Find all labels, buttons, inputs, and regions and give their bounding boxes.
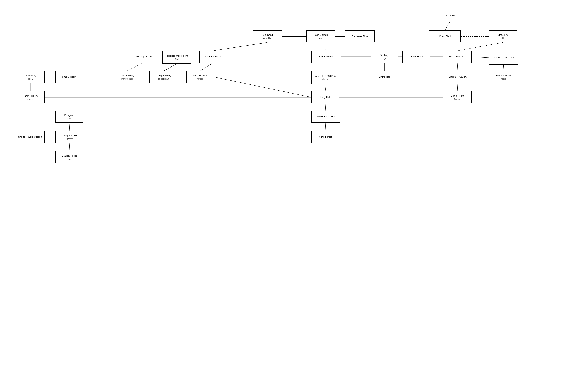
node-item-tool-shed: screwdriver bbox=[262, 37, 273, 39]
svg-line-15 bbox=[164, 64, 177, 71]
node-name-art-gallery: Art Gallery bbox=[25, 74, 36, 77]
svg-line-2 bbox=[321, 42, 326, 51]
node-item-scullery: sign bbox=[383, 57, 386, 59]
node-item-room-10000-spikes: diamond bbox=[322, 78, 330, 80]
node-long-hallway-middle: Long Hallway(middle part) bbox=[150, 71, 178, 83]
node-crocodile-dentist: Crocodile Dentist Office bbox=[489, 51, 518, 65]
node-throne-room: Throne Roomthrone bbox=[16, 91, 45, 103]
node-item-art-gallery: screw bbox=[28, 78, 33, 80]
node-name-smelly-room: Smelly Room bbox=[62, 76, 76, 78]
svg-line-30 bbox=[69, 143, 70, 151]
node-name-maze-entrance: Maze Entrance bbox=[449, 55, 465, 58]
node-name-cannon-room: Cannon Room bbox=[205, 55, 221, 58]
node-name-rose-garden: Rose Garden bbox=[314, 34, 328, 37]
node-item-rose-garden: rose bbox=[319, 37, 323, 39]
node-name-owl-cage-room: Owl Cage Room bbox=[135, 55, 152, 58]
svg-line-12 bbox=[457, 63, 458, 71]
svg-line-6 bbox=[200, 63, 213, 71]
node-name-bottomless-pit: Bottomless Pit bbox=[495, 74, 511, 77]
node-name-open-field: Open Field bbox=[439, 35, 451, 38]
node-name-top-of-hill: Top of Hill bbox=[444, 14, 455, 17]
node-open-field: Open Field bbox=[429, 30, 461, 42]
node-name-priceless-map-room: Priceless Map Room bbox=[166, 55, 188, 57]
svg-line-31 bbox=[457, 83, 458, 91]
svg-line-33 bbox=[471, 57, 489, 58]
node-cannon-room: Cannon Room bbox=[199, 51, 227, 63]
node-entry-hall: Entry Hall bbox=[311, 91, 339, 103]
node-name-long-hallway-narrow: Long Hallway bbox=[119, 74, 134, 77]
node-sculpture-gallery: Sculpture Gallery bbox=[443, 71, 472, 83]
node-art-gallery: Art Galleryscrew bbox=[16, 71, 45, 83]
node-item-dragon-cave: grinder bbox=[66, 138, 73, 140]
node-bottomless-pit: Bottomless Pitstatue bbox=[489, 71, 517, 83]
node-in-the-forest: In the Forest bbox=[311, 131, 339, 143]
node-name-crocodile-dentist: Crocodile Dentist Office bbox=[491, 56, 516, 59]
node-item-priceless-map-room: map bbox=[175, 58, 179, 60]
node-name-scullery: Scullery bbox=[380, 54, 389, 57]
node-name-tool-shed: Tool Shed bbox=[262, 34, 273, 37]
node-drafty-room: Drafty Room bbox=[402, 51, 430, 63]
node-name-dragon-cave: Dragon Cave bbox=[62, 134, 77, 137]
node-dragon-roost: Dragon Roostegg bbox=[55, 151, 83, 163]
svg-line-26 bbox=[325, 123, 326, 131]
node-long-hallway-narrow: Long Hallway(narrow end) bbox=[113, 71, 141, 83]
node-name-drafty-room: Drafty Room bbox=[410, 55, 423, 58]
node-scullery: Scullerysign bbox=[371, 51, 398, 63]
node-owl-cage-room: Owl Cage Room bbox=[129, 51, 158, 63]
node-hall-of-mirrors: Hall of Mirrors bbox=[311, 51, 341, 63]
node-name-maze-end: Maze End bbox=[498, 34, 509, 37]
node-room-10000-spikes: Room of 10,000 Spikesdiamond bbox=[311, 71, 341, 84]
node-dungeon: Dungeonclam bbox=[55, 111, 83, 123]
node-name-at-the-front-door: At the Front Door bbox=[316, 115, 335, 118]
diagram-canvas: Top of HillOpen FieldTool Shedscrewdrive… bbox=[0, 0, 588, 380]
node-maze-end: Maze Endshirt bbox=[489, 30, 517, 42]
svg-line-3 bbox=[457, 42, 503, 51]
svg-line-25 bbox=[325, 103, 326, 111]
node-item-long-hallway-far: (far end) bbox=[196, 78, 204, 80]
svg-line-0 bbox=[445, 22, 450, 30]
node-item-dragon-roost: egg bbox=[68, 158, 71, 160]
node-garden-of-time: Garden of Time bbox=[345, 30, 375, 42]
node-maze-entrance: Maze Entrance bbox=[443, 51, 471, 63]
node-name-long-hallway-middle: Long Hallway bbox=[157, 74, 171, 77]
node-item-bottomless-pit: statue bbox=[501, 78, 506, 80]
node-name-throne-room: Throne Room bbox=[23, 95, 38, 97]
node-name-long-hallway-far: Long Hallway bbox=[193, 74, 207, 77]
node-name-dining-hall: Dining Hall bbox=[379, 76, 390, 78]
node-griffin-room: Griffin Roomfeather bbox=[443, 91, 471, 103]
node-priceless-map-room: Priceless Map Roommap bbox=[162, 51, 191, 64]
svg-line-32 bbox=[213, 42, 267, 51]
svg-line-28 bbox=[69, 123, 70, 131]
node-at-the-front-door: At the Front Door bbox=[311, 111, 340, 123]
node-shorts-reverser: Shorts Reverser Room bbox=[16, 131, 45, 143]
node-rose-garden: Rose Gardenrose bbox=[306, 30, 335, 42]
node-name-in-the-forest: In the Forest bbox=[318, 135, 332, 138]
node-tool-shed: Tool Shedscrewdriver bbox=[253, 30, 282, 42]
node-name-dungeon: Dungeon bbox=[64, 114, 74, 117]
node-top-of-hill: Top of Hill bbox=[429, 9, 470, 22]
node-item-dungeon: clam bbox=[67, 117, 71, 119]
svg-line-23 bbox=[325, 84, 326, 91]
node-item-long-hallway-narrow: (narrow end) bbox=[121, 78, 133, 80]
node-name-dragon-roost: Dragon Roost bbox=[62, 154, 77, 157]
node-name-entry-hall: Entry Hall bbox=[320, 96, 330, 99]
svg-line-22 bbox=[214, 77, 311, 97]
node-dragon-cave: Dragon Cavegrinder bbox=[55, 131, 84, 143]
node-smelly-room: Smelly Room bbox=[55, 71, 83, 83]
node-name-room-10000-spikes: Room of 10,000 Spikes bbox=[314, 75, 338, 78]
node-dining-hall: Dining Hall bbox=[371, 71, 398, 83]
node-name-hall-of-mirrors: Hall of Mirrors bbox=[319, 55, 334, 58]
svg-line-13 bbox=[503, 65, 504, 71]
node-item-throne-room: throne bbox=[27, 98, 33, 100]
node-long-hallway-far: Long Hallway(far end) bbox=[186, 71, 214, 83]
node-item-maze-end: shirt bbox=[501, 37, 505, 39]
node-item-long-hallway-middle: (middle part) bbox=[158, 78, 170, 80]
svg-line-14 bbox=[127, 63, 144, 71]
node-name-garden-of-time: Garden of Time bbox=[352, 35, 368, 38]
node-name-shorts-reverser: Shorts Reverser Room bbox=[18, 135, 42, 138]
node-name-sculpture-gallery: Sculpture Gallery bbox=[449, 76, 467, 78]
node-item-griffin-room: feather bbox=[454, 98, 460, 100]
node-name-griffin-room: Griffin Room bbox=[451, 95, 464, 97]
